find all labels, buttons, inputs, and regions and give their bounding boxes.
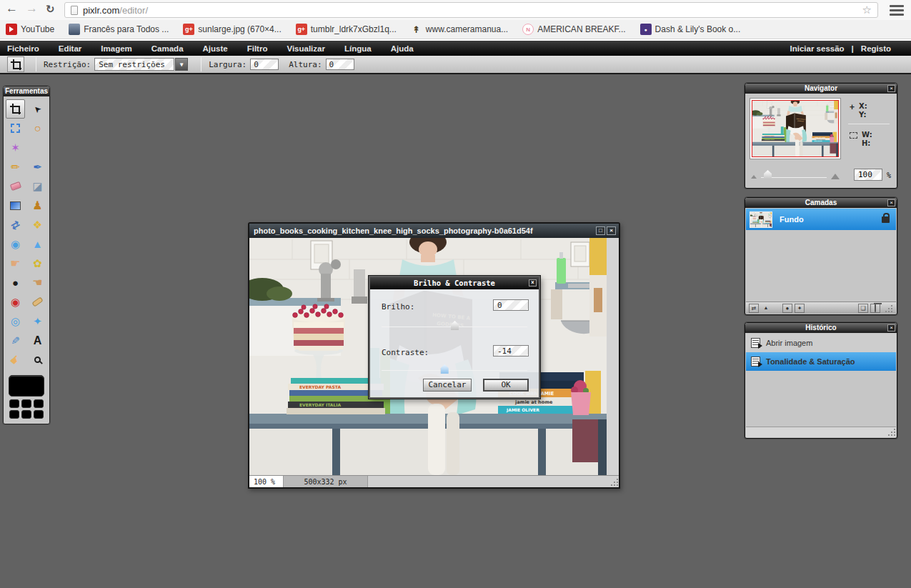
bookmark-american-breakfast[interactable]: N AMERICAN BREAKF... [522, 24, 625, 35]
dialog-titlebar[interactable]: Brilho & Contraste × [370, 277, 539, 289]
address-bar[interactable]: pixlr.com /editor/ ☆ [64, 2, 878, 18]
bookmark-tumblr[interactable]: g+ tumblr_ldrk7xGbzl1q... [296, 24, 397, 35]
bookmark-youtube[interactable]: YouTube [6, 24, 54, 35]
height-input[interactable]: 0 [326, 59, 354, 70]
browser-menu-icon[interactable] [890, 5, 904, 18]
zoom-out-icon[interactable] [751, 175, 757, 179]
tool-type-button[interactable]: A [28, 331, 47, 350]
back-icon[interactable]: ← [6, 1, 18, 16]
resize-grip[interactable] [884, 304, 893, 313]
zoom-slider-thumb[interactable] [764, 170, 772, 179]
color-swatch[interactable] [9, 410, 19, 419]
menu-imagem[interactable]: Imagem [101, 44, 131, 53]
menu-ficheiro[interactable]: Ficheiro [7, 44, 39, 53]
tool-marquee-button[interactable] [6, 119, 25, 138]
contrast-slider-thumb[interactable] [441, 364, 449, 374]
tool-eyedropper-button[interactable]: ✎ [6, 331, 25, 350]
tool-sponge-button[interactable]: ✿ [28, 254, 47, 273]
tool-shapes-button[interactable]: ❖ [28, 215, 47, 234]
zoom-in-icon[interactable] [831, 174, 840, 179]
bookmark-star-icon[interactable]: ☆ [862, 4, 872, 16]
reload-icon[interactable]: ↻ [46, 3, 55, 16]
register-link[interactable]: Registo [861, 44, 891, 53]
tool-sharpen-button[interactable]: ▲ [28, 234, 47, 254]
width-input[interactable]: 0 [250, 59, 279, 70]
history-item-open-image[interactable]: Abrir imagem [746, 334, 896, 352]
menu-visualizar[interactable]: Visualizar [287, 44, 325, 53]
navigator-thumbnail[interactable] [750, 98, 841, 159]
color-swatch[interactable] [9, 399, 19, 408]
maximize-icon[interactable]: □ [596, 226, 605, 235]
tool-pinch-button[interactable]: ✦ [28, 312, 47, 331]
ok-button[interactable]: OK [483, 379, 529, 392]
resize-grip[interactable] [887, 427, 896, 437]
menu-ajuste[interactable]: Ajuste [203, 44, 228, 53]
tool-gradient-button[interactable] [6, 196, 25, 215]
menu-filtro[interactable]: Filtro [247, 44, 268, 53]
restriction-select[interactable]: Sem restrições [94, 58, 174, 71]
blend-mode-icon[interactable]: ⇄ [749, 304, 759, 313]
tool-lasso-button[interactable]: ○ [28, 119, 47, 138]
color-swatch[interactable] [21, 410, 31, 419]
contrast-input[interactable]: -14 [493, 345, 529, 357]
tool-red-eye-button[interactable]: ◉ [6, 292, 25, 312]
menu-ajuda[interactable]: Ajuda [391, 44, 414, 53]
tool-crop-button[interactable] [6, 99, 25, 119]
tool-zoom-button[interactable] [28, 350, 47, 369]
color-swatch[interactable] [34, 399, 44, 408]
tool-hand-button[interactable]: ☛ [6, 350, 25, 369]
tool-move-button[interactable]: ➤ [28, 99, 47, 119]
tool-burn-button[interactable]: ☚ [28, 273, 47, 292]
forward-icon[interactable]: → [26, 1, 38, 16]
close-icon[interactable]: × [887, 324, 895, 332]
close-icon[interactable]: × [887, 85, 895, 92]
tool-brush-button[interactable]: ✒ [28, 157, 47, 176]
lock-icon[interactable] [882, 216, 890, 223]
chevron-down-icon[interactable]: ▼ [175, 58, 188, 71]
menu-editar[interactable]: Editar [59, 44, 82, 53]
cancel-button[interactable]: Cancelar [423, 379, 472, 392]
close-icon[interactable]: × [529, 279, 537, 286]
primary-color-swatch[interactable] [9, 375, 44, 397]
layer-thumbnail [750, 211, 772, 228]
navigator-view-rect[interactable] [752, 100, 839, 157]
close-icon[interactable]: × [607, 226, 616, 235]
color-swatch[interactable] [34, 410, 44, 419]
brightness-slider[interactable] [382, 319, 527, 329]
layer-mask-icon[interactable]: ● [782, 304, 792, 313]
zoom-value-input[interactable]: 100 [854, 169, 882, 181]
tool-smudge-button[interactable]: ☛ [6, 254, 25, 273]
resize-grip[interactable] [609, 477, 619, 487]
color-swatch[interactable] [21, 399, 31, 408]
bookmark-dash-lily[interactable]: ● Dash & Lily's Book o... [640, 24, 741, 35]
layer-row-fundo[interactable]: Fundo [746, 209, 896, 230]
bookmark-frances[interactable]: Francês para Todos ... [69, 24, 169, 35]
navigator-zoom-slider[interactable]: 100 % [751, 169, 891, 182]
tool-bucket-button[interactable]: ◪ [28, 176, 47, 196]
tool-blur-button[interactable]: ◉ [6, 234, 25, 254]
brightness-input[interactable]: 0 [493, 299, 529, 311]
expand-arrow-icon[interactable]: ▲ [761, 304, 771, 313]
tool-pencil-button[interactable]: ✏ [6, 157, 25, 176]
bookmark-cameramanual[interactable]: ↟ www.cameramanua... [411, 24, 508, 35]
tool-heal-button[interactable] [28, 292, 47, 312]
menu-lingua[interactable]: Língua [344, 44, 372, 53]
new-layer-icon[interactable]: ❏ [858, 304, 868, 313]
layer-style-icon[interactable]: ✦ [795, 304, 805, 313]
layers-panel: Camadas × Fundo ⇄ ▲ ● ✦ ❏ [745, 197, 897, 315]
menu-camada[interactable]: Camada [151, 44, 184, 53]
contrast-slider[interactable] [382, 363, 527, 373]
tool-bloat-button[interactable]: ◎ [6, 312, 25, 331]
delete-layer-icon[interactable] [870, 304, 880, 313]
history-item-hue-saturation[interactable]: Tonalidade & Saturação [746, 352, 896, 371]
tool-color-replace-button[interactable]: ⇄ [6, 215, 25, 234]
close-icon[interactable]: × [887, 199, 895, 206]
image-window-titlebar[interactable]: photo_books_cooking_kitchen_knee_high_so… [249, 224, 619, 238]
tool-dodge-button[interactable]: ● [6, 273, 25, 292]
tool-eraser-button[interactable] [6, 176, 25, 196]
tool-wand-button[interactable]: ✶ [6, 138, 25, 157]
bookmark-sunlarge[interactable]: g+ sunlarge.jpg (670×4... [183, 24, 281, 35]
sign-in-link[interactable]: Iniciar sessão [790, 44, 845, 53]
tool-stamp-button[interactable]: ♟ [28, 196, 47, 215]
brightness-slider-thumb[interactable] [451, 321, 459, 330]
